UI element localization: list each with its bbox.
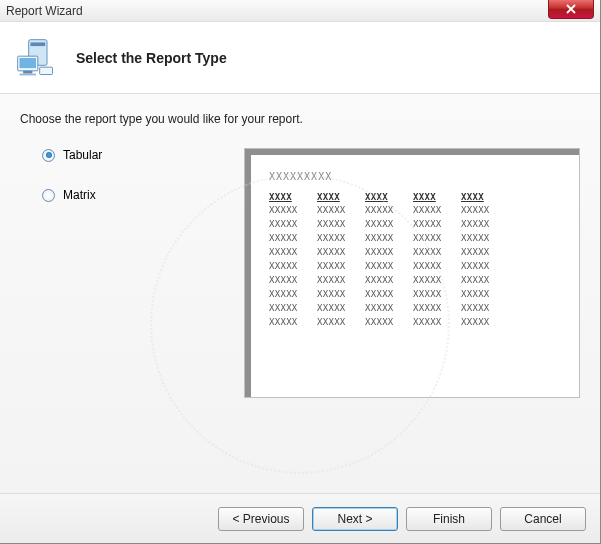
radio-tabular[interactable]: Tabular xyxy=(42,148,220,162)
preview-header-cell: XXXX xyxy=(317,191,359,205)
preview-cell: XXXXX xyxy=(413,232,455,246)
preview-header-row: XXXXXXXXXXXXXXXXXXXX xyxy=(269,191,561,205)
preview-row: XXXXXXXXXXXXXXXXXXXXXXXXX xyxy=(269,260,561,274)
svg-rect-8 xyxy=(40,67,53,74)
preview-cell: XXXXX xyxy=(413,302,455,316)
preview-row: XXXXXXXXXXXXXXXXXXXXXXXXX xyxy=(269,274,561,288)
preview-title: XXXXXXXXX xyxy=(269,169,561,185)
preview-cell: XXXXX xyxy=(413,316,455,330)
radio-icon xyxy=(42,149,55,162)
preview-row: XXXXXXXXXXXXXXXXXXXXXXXXX xyxy=(269,288,561,302)
radio-tabular-label: Tabular xyxy=(63,148,102,162)
preview-cell: XXXXX xyxy=(317,316,359,330)
preview-cell: XXXXX xyxy=(461,246,503,260)
preview-row: XXXXXXXXXXXXXXXXXXXXXXXXX xyxy=(269,232,561,246)
preview-cell: XXXXX xyxy=(413,218,455,232)
preview-header-cell: XXXX xyxy=(269,191,311,205)
preview-cell: XXXXX xyxy=(413,274,455,288)
preview-cell: XXXXX xyxy=(269,204,311,218)
preview-rows: XXXXXXXXXXXXXXXXXXXXXXXXXXXXXXXXXXXXXXXX… xyxy=(269,204,561,329)
wizard-footer: < Previous Next > Finish Cancel xyxy=(0,493,600,543)
preview-row: XXXXXXXXXXXXXXXXXXXXXXXXX xyxy=(269,204,561,218)
wizard-header: Select the Report Type xyxy=(0,22,600,94)
preview-cell: XXXXX xyxy=(365,302,407,316)
cancel-button[interactable]: Cancel xyxy=(500,507,586,531)
radio-matrix-label: Matrix xyxy=(63,188,96,202)
preview-cell: XXXXX xyxy=(461,218,503,232)
preview-cell: XXXXX xyxy=(269,218,311,232)
radio-icon xyxy=(42,189,55,202)
prompt-text: Choose the report type you would like fo… xyxy=(20,112,580,126)
preview-cell: XXXXX xyxy=(365,218,407,232)
preview-cell: XXXXX xyxy=(269,302,311,316)
next-button[interactable]: Next > xyxy=(312,507,398,531)
preview-cell: XXXXX xyxy=(365,260,407,274)
window-title: Report Wizard xyxy=(6,4,83,18)
computer-icon xyxy=(14,36,58,80)
preview-cell: XXXXX xyxy=(317,260,359,274)
preview-cell: XXXXX xyxy=(461,204,503,218)
preview-row: XXXXXXXXXXXXXXXXXXXXXXXXX xyxy=(269,302,561,316)
wizard-window: Report Wizard Select the Report Type Ch xyxy=(0,0,601,544)
preview-cell: XXXXX xyxy=(317,274,359,288)
preview-cell: XXXXX xyxy=(365,232,407,246)
preview-body: XXXXXXXXX XXXXXXXXXXXXXXXXXXXX XXXXXXXXX… xyxy=(261,161,569,338)
preview-cell: XXXXX xyxy=(317,288,359,302)
preview-cell: XXXXX xyxy=(269,232,311,246)
report-type-options: Tabular Matrix xyxy=(20,148,220,398)
wizard-content: Choose the report type you would like fo… xyxy=(0,94,600,493)
preview-cell: XXXXX xyxy=(461,260,503,274)
preview-cell: XXXXX xyxy=(269,288,311,302)
preview-header-cell: XXXX xyxy=(461,191,503,205)
preview-cell: XXXXX xyxy=(365,204,407,218)
preview-cell: XXXXX xyxy=(461,288,503,302)
preview-cell: XXXXX xyxy=(317,302,359,316)
close-button[interactable] xyxy=(548,0,594,19)
preview-cell: XXXXX xyxy=(269,246,311,260)
preview-cell: XXXXX xyxy=(317,246,359,260)
report-preview: XXXXXXXXX XXXXXXXXXXXXXXXXXXXX XXXXXXXXX… xyxy=(244,148,580,398)
close-icon xyxy=(566,4,576,14)
preview-cell: XXXXX xyxy=(461,316,503,330)
preview-cell: XXXXX xyxy=(269,274,311,288)
page-title: Select the Report Type xyxy=(76,50,227,66)
preview-header-cell: XXXX xyxy=(413,191,455,205)
preview-row: XXXXXXXXXXXXXXXXXXXXXXXXX xyxy=(269,218,561,232)
svg-rect-7 xyxy=(20,73,37,75)
preview-cell: XXXXX xyxy=(317,232,359,246)
preview-cell: XXXXX xyxy=(365,316,407,330)
preview-cell: XXXXX xyxy=(413,260,455,274)
finish-button[interactable]: Finish xyxy=(406,507,492,531)
titlebar: Report Wizard xyxy=(0,0,600,22)
preview-cell: XXXXX xyxy=(317,218,359,232)
preview-cell: XXXXX xyxy=(317,204,359,218)
preview-row: XXXXXXXXXXXXXXXXXXXXXXXXX xyxy=(269,246,561,260)
preview-cell: XXXXX xyxy=(461,232,503,246)
preview-cell: XXXXX xyxy=(413,204,455,218)
preview-header-cell: XXXX xyxy=(365,191,407,205)
preview-cell: XXXXX xyxy=(413,246,455,260)
preview-cell: XXXXX xyxy=(365,246,407,260)
radio-matrix[interactable]: Matrix xyxy=(42,188,220,202)
svg-rect-5 xyxy=(20,58,37,68)
preview-cell: XXXXX xyxy=(413,288,455,302)
preview-cell: XXXXX xyxy=(269,316,311,330)
preview-row: XXXXXXXXXXXXXXXXXXXXXXXXX xyxy=(269,316,561,330)
preview-cell: XXXXX xyxy=(461,302,503,316)
svg-rect-6 xyxy=(23,70,32,73)
preview-cell: XXXXX xyxy=(461,274,503,288)
preview-cell: XXXXX xyxy=(365,274,407,288)
preview-cell: XXXXX xyxy=(365,288,407,302)
svg-rect-3 xyxy=(31,42,46,46)
preview-cell: XXXXX xyxy=(269,260,311,274)
previous-button[interactable]: < Previous xyxy=(218,507,304,531)
